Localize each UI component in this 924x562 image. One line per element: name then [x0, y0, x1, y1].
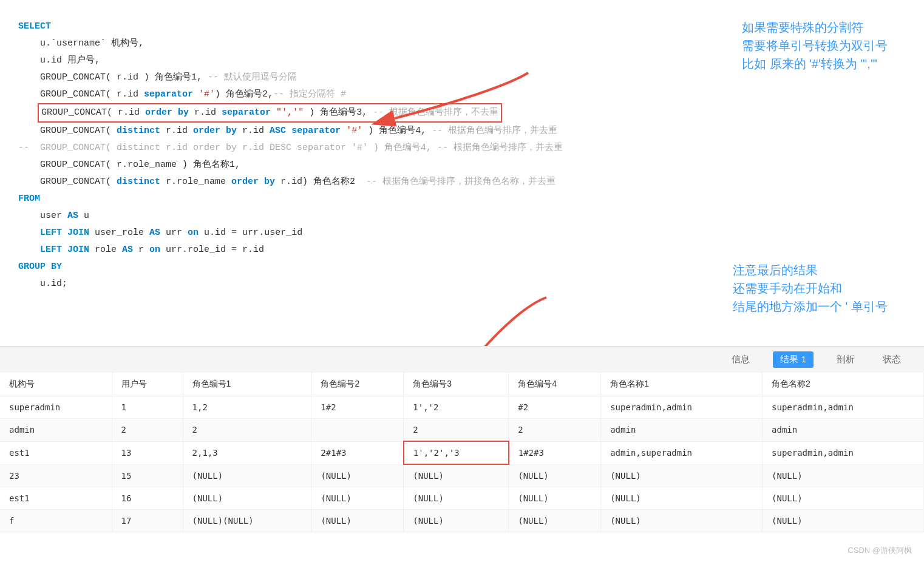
- tab-status[interactable]: 状态: [878, 351, 906, 368]
- col-header-yonghu: 用户号: [112, 373, 183, 396]
- cell: admin: [601, 419, 763, 442]
- col-header-role3: 角色编号3: [404, 373, 509, 396]
- tab-analyze[interactable]: 剖析: [832, 351, 860, 368]
- cell: (NULL): [311, 487, 404, 510]
- cell: superadmin,admin: [763, 441, 924, 464]
- col-header-rolename1: 角色名称1: [601, 373, 763, 396]
- annotation-top-right: 如果需要特殊的分割符需要将单引号转换为双引号比如 原来的 '#'转换为 "','…: [742, 18, 888, 73]
- code-line-6: GROUP_CONCAT( distinct r.id order by r.i…: [18, 123, 906, 140]
- code-line-8: GROUP_CONCAT( r.role_name ) 角色名称1,: [18, 157, 906, 174]
- cell: (NULL): [311, 510, 404, 532]
- table-row: f 17 (NULL)(NULL) (NULL) (NULL) (NULL) (…: [0, 510, 924, 532]
- table-row: superadmin 1 1,2 1#2 1','2 #2 superadmin…: [0, 396, 924, 419]
- cell: 15: [112, 464, 183, 487]
- cell: admin: [763, 419, 924, 442]
- table-row: est1 16 (NULL) (NULL) (NULL) (NULL) (NUL…: [0, 487, 924, 510]
- tab-bar: 信息 结果 1 剖析 状态: [0, 346, 924, 373]
- cell: 1','2: [404, 396, 509, 419]
- cell: (NULL): [404, 487, 509, 510]
- cell: 2: [509, 419, 601, 442]
- cell: (NULL): [763, 464, 924, 487]
- table-row: admin 2 2 2 2 admin admin: [0, 419, 924, 442]
- cell: f: [0, 510, 112, 532]
- watermark: CSDN @游侠阿枫: [848, 545, 912, 556]
- cell: (NULL)(NULL): [183, 510, 311, 532]
- code-from-1: user AS u: [18, 208, 906, 225]
- col-header-role1: 角色编号1: [183, 373, 311, 396]
- cell: 2: [183, 419, 311, 442]
- code-line-9: GROUP_CONCAT( distinct r.role_name order…: [18, 174, 906, 191]
- col-header-jigou: 机构号: [0, 373, 112, 396]
- col-header-role4: 角色编号4: [509, 373, 601, 396]
- cell: 16: [112, 487, 183, 510]
- cell: 17: [112, 510, 183, 532]
- cell: (NULL): [763, 510, 924, 532]
- cell: #2: [509, 396, 601, 419]
- code-from: FROM: [18, 191, 906, 208]
- cell: superadmin,admin: [601, 396, 763, 419]
- results-table: 机构号 用户号 角色编号1 角色编号2 角色编号3 角色编号4 角色名称1 角色…: [0, 373, 924, 532]
- code-area: SELECT u.`username` 机构号, u.id 用户号, GROUP…: [0, 0, 924, 346]
- cell: (NULL): [404, 510, 509, 532]
- cell: 23: [0, 464, 112, 487]
- col-header-rolename2: 角色名称2: [763, 373, 924, 396]
- cell-highlighted: 1','2','3: [404, 441, 509, 464]
- cell: superadmin: [0, 396, 112, 419]
- cell: 1#2: [311, 396, 404, 419]
- cell: [311, 419, 404, 442]
- results-area: 机构号 用户号 角色编号1 角色编号2 角色编号3 角色编号4 角色名称1 角色…: [0, 373, 924, 532]
- code-line-7-comment: -- GROUP_CONCAT( distinct r.id order by …: [18, 140, 906, 157]
- table-header-row: 机构号 用户号 角色编号1 角色编号2 角色编号3 角色编号4 角色名称1 角色…: [0, 373, 924, 396]
- code-line-5-highlighted: GROUP_CONCAT( r.id order by r.id separat…: [18, 103, 906, 123]
- cell: 2: [404, 419, 509, 442]
- cell: admin,superadmin: [601, 441, 763, 464]
- tab-result1[interactable]: 结果 1: [773, 351, 814, 368]
- cell: (NULL): [601, 510, 763, 532]
- annotation-bottom-right: 注意最后的结果还需要手动在开始和结尾的地方添加一个 ' 单引号: [733, 261, 888, 316]
- cell: (NULL): [183, 487, 311, 510]
- table-row: 23 15 (NULL) (NULL) (NULL) (NULL) (NULL)…: [0, 464, 924, 487]
- cell: est1: [0, 487, 112, 510]
- cell: 2: [112, 419, 183, 442]
- col-header-role2: 角色编号2: [311, 373, 404, 396]
- tab-info[interactable]: 信息: [727, 351, 755, 368]
- cell: (NULL): [601, 464, 763, 487]
- cell: (NULL): [183, 464, 311, 487]
- cell: est1: [0, 441, 112, 464]
- cell: (NULL): [509, 487, 601, 510]
- cell: 2#1#3: [311, 441, 404, 464]
- cell: 2,1,3: [183, 441, 311, 464]
- table-row: est1 13 2,1,3 2#1#3 1','2','3 1#2#3 admi…: [0, 441, 924, 464]
- code-from-3: LEFT JOIN role AS r on urr.role_id = r.i…: [18, 242, 906, 259]
- code-from-2: LEFT JOIN user_role AS urr on u.id = urr…: [18, 225, 906, 242]
- cell: (NULL): [601, 487, 763, 510]
- cell: 1: [112, 396, 183, 419]
- code-line-4: GROUP_CONCAT( r.id separator '#') 角色编号2,…: [18, 86, 906, 103]
- cell: (NULL): [509, 464, 601, 487]
- cell: (NULL): [311, 464, 404, 487]
- cell: (NULL): [404, 464, 509, 487]
- cell: superadmin,admin: [763, 396, 924, 419]
- cell: 13: [112, 441, 183, 464]
- cell: 1#2#3: [509, 441, 601, 464]
- cell: admin: [0, 419, 112, 442]
- cell: 1,2: [183, 396, 311, 419]
- cell: (NULL): [763, 487, 924, 510]
- cell: (NULL): [509, 510, 601, 532]
